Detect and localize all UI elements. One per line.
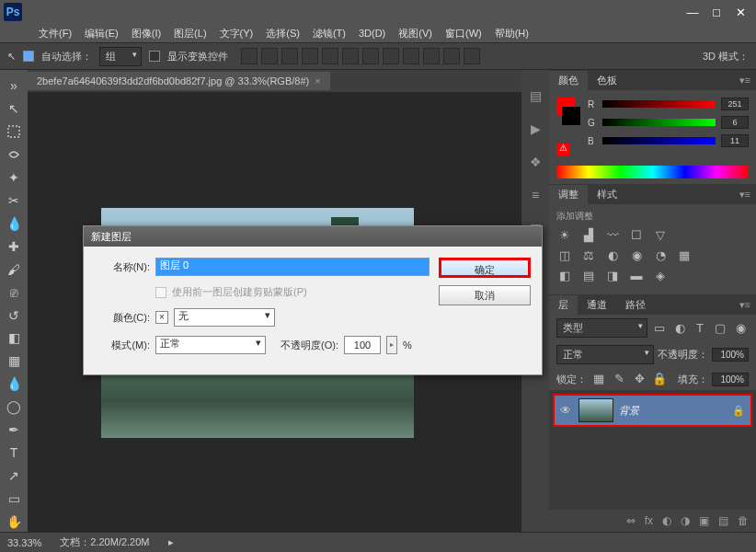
blend-mode-dropdown[interactable]: 正常 [556,345,654,364]
lock-pixels-icon[interactable]: ▦ [590,372,607,386]
menu-select[interactable]: 选择(S) [260,25,305,42]
align-btn[interactable] [362,48,379,64]
opacity-input[interactable]: 100 [344,336,381,354]
path-tool[interactable]: ↗ [4,466,24,486]
menu-type[interactable]: 文字(Y) [214,25,259,42]
gradient-map-icon[interactable]: ▬ [628,269,645,283]
menu-layer[interactable]: 图层(L) [168,25,212,42]
photo-filter-icon[interactable]: ◉ [628,248,645,263]
mixer-icon[interactable]: ◔ [652,248,669,263]
menu-file[interactable]: 文件(F) [33,25,77,42]
panel-menu-icon[interactable]: ▾≡ [734,299,756,311]
zoom-value[interactable]: 33.33% [7,537,41,548]
document-tab[interactable]: 2befe7a64640639f3dd2df6bd0bd82f7.jpg @ 3… [28,72,330,90]
stamp-tool[interactable]: ⎚ [4,282,24,303]
trash-icon[interactable]: 🗑 [738,514,749,527]
vibrance-icon[interactable]: ▽ [652,228,669,243]
tab-layers[interactable]: 层 [549,295,578,315]
fill-value[interactable]: 100% [712,373,749,386]
filter-shape-icon[interactable]: ▢ [712,321,728,336]
info-panel-icon[interactable]: ≡ [527,188,544,204]
gradient-tool[interactable]: ▦ [4,351,24,371]
g-value[interactable]: 6 [721,116,749,129]
wand-tool[interactable]: ✦ [4,167,24,188]
tab-color[interactable]: 颜色 [549,71,588,90]
curves-icon[interactable]: 〰 [604,228,621,243]
align-btn[interactable] [241,48,258,64]
selective-icon[interactable]: ◈ [652,269,669,283]
filter-type-icon[interactable]: T [692,321,708,336]
filter-image-icon[interactable]: ▭ [651,321,668,336]
filter-adjust-icon[interactable]: ◐ [671,321,688,336]
tab-styles[interactable]: 样式 [588,185,626,204]
exposure-icon[interactable]: ☐ [628,228,645,243]
menu-help[interactable]: 帮助(H) [489,25,534,42]
align-btn[interactable] [281,48,298,64]
b-value[interactable]: 11 [721,134,749,147]
fill-adjust-icon[interactable]: ◑ [681,514,690,527]
marquee-tool[interactable] [4,121,24,142]
show-transform-checkbox[interactable] [149,51,160,62]
align-btn[interactable] [464,48,480,64]
ok-button[interactable]: 确定 [439,258,531,278]
tab-adjustments[interactable]: 调整 [549,185,588,204]
filter-smart-icon[interactable]: ◉ [732,321,749,336]
menu-image[interactable]: 图像(I) [126,25,166,42]
menu-window[interactable]: 窗口(W) [440,25,487,42]
balance-icon[interactable]: ⚖ [580,248,597,263]
actions-panel-icon[interactable]: ▶ [527,121,544,138]
maximize-button[interactable]: □ [704,4,728,20]
g-slider[interactable] [602,119,716,126]
tab-swatches[interactable]: 色板 [588,71,626,90]
layer-name[interactable]: 背景 [619,404,639,418]
mask-icon[interactable]: ◐ [662,514,671,527]
brush-tool[interactable]: 🖌 [4,259,24,280]
lock-move-icon[interactable]: ✥ [631,372,647,386]
r-slider[interactable] [602,100,716,108]
move-tool[interactable]: ↖ [4,98,24,119]
name-input[interactable]: 图层 0 [155,258,430,276]
threshold-icon[interactable]: ◨ [604,269,621,283]
eyedropper-tool[interactable]: 💧 [4,213,24,234]
visibility-icon[interactable]: 👁 [560,404,573,417]
align-btn[interactable] [342,48,359,64]
link-icon[interactable]: ⇔ [626,514,636,527]
menu-edit[interactable]: 编辑(E) [79,25,124,42]
tab-paths[interactable]: 路径 [616,295,655,315]
lookup-icon[interactable]: ▦ [676,248,693,263]
color-dropdown[interactable]: 无 [174,308,275,327]
group-icon[interactable]: ▣ [699,514,709,527]
posterize-icon[interactable]: ▤ [580,269,597,283]
history-brush-tool[interactable]: ↺ [4,305,24,326]
align-btn[interactable] [383,48,399,64]
align-btn[interactable] [322,48,338,64]
heal-tool[interactable]: ✚ [4,236,24,257]
layer-row-background[interactable]: 👁 背景 🔒 [553,394,752,427]
blur-tool[interactable]: 💧 [4,374,24,394]
eraser-tool[interactable]: ◧ [4,328,24,348]
mode-dropdown[interactable]: 正常 [155,336,266,354]
brightness-icon[interactable]: ☀ [556,228,573,243]
panel-menu-icon[interactable]: ▾≡ [734,75,756,86]
crop-tool[interactable]: ✂ [4,190,24,211]
auto-select-checkbox[interactable] [23,51,34,62]
new-layer-icon[interactable]: ▤ [718,514,728,527]
auto-select-dropdown[interactable]: 组 [99,47,142,66]
tab-channels[interactable]: 通道 [578,295,616,315]
layer-thumbnail[interactable] [578,398,613,422]
dialog-title[interactable]: 新建图层 [84,226,542,247]
warning-swatch[interactable]: ⚠ [556,144,569,156]
tab-close-icon[interactable]: × [315,75,320,86]
fx-icon[interactable]: fx [645,514,653,527]
pen-tool[interactable]: ✒ [4,420,24,440]
filter-kind-dropdown[interactable]: 类型 [556,318,647,338]
hand-tool[interactable]: ✋ [4,512,24,532]
shape-tool[interactable]: ▭ [4,489,24,509]
b-slider[interactable] [602,137,716,144]
align-btn[interactable] [403,48,419,64]
cancel-button[interactable]: 取消 [439,285,531,305]
background-swatch[interactable] [562,107,580,125]
align-btn[interactable] [261,48,278,64]
r-value[interactable]: 251 [721,98,749,110]
lasso-tool[interactable] [4,144,24,165]
